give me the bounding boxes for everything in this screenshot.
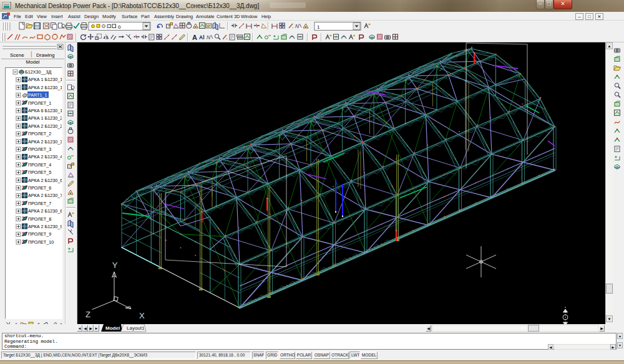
svg-text:ПРОЛЕТ_10: ПРОЛЕТ_10 xyxy=(28,239,54,245)
svg-text:АРКА 2 Б1230_9: АРКА 2 Б1230_9 xyxy=(28,224,62,229)
svg-text:АРКА 2 Б1230_2: АРКА 2 Б1230_2 xyxy=(28,123,62,129)
svg-text:0: 0 xyxy=(118,24,121,30)
svg-text:X: X xyxy=(139,311,145,320)
svg-text:ПРОЛЕТ_4: ПРОЛЕТ_4 xyxy=(28,162,51,168)
svg-text:АРКА 1 Б1230_1: АРКА 1 Б1230_1 xyxy=(28,77,62,82)
svg-text:Layout1: Layout1 xyxy=(127,325,145,331)
svg-text:АРКА 2 Б1230_3: АРКА 2 Б1230_3 xyxy=(28,139,62,145)
svg-text:A: A xyxy=(192,34,197,41)
svg-text:Z: Z xyxy=(85,310,90,319)
svg-text:Y: Y xyxy=(112,261,118,270)
svg-text:1: 1 xyxy=(317,24,320,30)
svg-text:АРКА 1 Б1230_2: АРКА 1 Б1230_2 xyxy=(28,115,62,121)
svg-text:ПРОЛЕТ_3: ПРОЛЕТ_3 xyxy=(28,146,51,152)
svg-text:Model: Model xyxy=(105,325,120,331)
svg-text:ПРОЛЕТ_7: ПРОЛЕТ_7 xyxy=(28,201,51,206)
svg-text:ПРОЛЕТ_5: ПРОЛЕТ_5 xyxy=(28,170,51,175)
svg-text:Al: Al xyxy=(199,34,205,41)
svg-text:Б12X30__3Д: Б12X30__3Д xyxy=(25,69,51,75)
svg-text:N: N xyxy=(207,34,211,41)
svg-text:АРКА 6 Б1230_1: АРКА 6 Б1230_1 xyxy=(28,108,62,113)
svg-text:ПРОЛЕТ_2: ПРОЛЕТ_2 xyxy=(28,131,51,136)
svg-text:N: N xyxy=(295,23,300,29)
svg-text:PART1_1: PART1_1 xyxy=(28,92,47,98)
svg-text:АРКА 2 Б1230_8: АРКА 2 Б1230_8 xyxy=(28,208,62,214)
svg-text:АРКА 2 Б1230_4: АРКА 2 Б1230_4 xyxy=(28,154,62,160)
svg-text:ПРОЛЕТ_6: ПРОЛЕТ_6 xyxy=(28,185,51,191)
svg-text:АРКА 2 Б1230_7: АРКА 2 Б1230_7 xyxy=(28,193,62,198)
svg-text:ПРОЛЕТ_9: ПРОЛЕТ_9 xyxy=(28,231,51,237)
svg-text:ПРОЛЕТ_8: ПРОЛЕТ_8 xyxy=(28,216,51,222)
svg-text:АРКА 2 Б1230_1: АРКА 2 Б1230_1 xyxy=(28,85,62,90)
svg-text:ПРОЛЕТ_1: ПРОЛЕТ_1 xyxy=(28,100,51,106)
svg-text:АРКА 2 Б1230_6: АРКА 2 Б1230_6 xyxy=(28,178,62,183)
